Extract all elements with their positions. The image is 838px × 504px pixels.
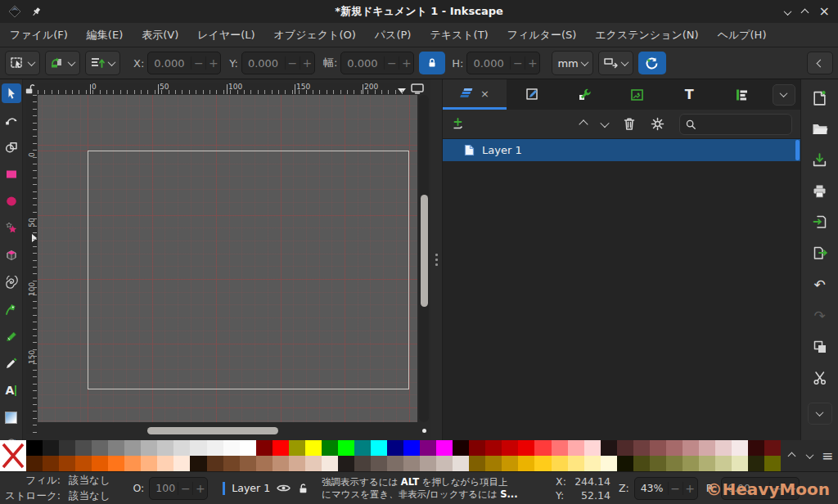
vertical-scrollbar[interactable] xyxy=(419,95,429,422)
palette-swatch[interactable] xyxy=(453,440,469,456)
palette-swatch[interactable] xyxy=(552,440,568,456)
palette-swatch[interactable] xyxy=(322,456,338,471)
palette-swatch[interactable] xyxy=(502,440,518,456)
vertical-scrollbar-thumb[interactable] xyxy=(421,195,428,307)
palette-swatch[interactable] xyxy=(748,440,764,456)
layer-list-scrollbar[interactable] xyxy=(795,140,800,160)
save-document-button[interactable] xyxy=(811,151,829,169)
width-value[interactable]: 0.000 xyxy=(341,57,384,70)
palette-swatch[interactable] xyxy=(485,456,502,471)
palette-swatch[interactable] xyxy=(568,440,584,456)
bbox-mode-dropdown[interactable] xyxy=(45,51,80,75)
menu-help[interactable]: ヘルプ(H) xyxy=(718,28,767,43)
palette-swatch[interactable] xyxy=(502,456,518,471)
palette-swatch[interactable] xyxy=(568,456,584,471)
palette-swatch[interactable] xyxy=(699,456,715,471)
palette-menu-button[interactable]: ≡ xyxy=(820,448,835,463)
duplicate-button[interactable] xyxy=(811,338,829,355)
palette-swatch[interactable] xyxy=(420,440,436,456)
palette-swatch[interactable] xyxy=(436,456,453,471)
undo-button[interactable]: ↶ xyxy=(811,276,829,293)
zoom-increment[interactable]: + xyxy=(683,482,697,495)
palette-swatch[interactable] xyxy=(371,440,387,456)
palette-swatch[interactable] xyxy=(289,440,305,456)
pen-tool[interactable] xyxy=(2,299,21,319)
palette-swatch[interactable] xyxy=(338,440,354,456)
palette-swatch[interactable] xyxy=(338,456,354,471)
palette-swatch[interactable] xyxy=(584,440,601,456)
dock-tab-overflow[interactable] xyxy=(768,79,800,110)
palette-swatch[interactable] xyxy=(240,440,256,456)
height-value[interactable]: 0.000 xyxy=(467,57,510,70)
palette-swatch[interactable] xyxy=(273,456,289,471)
palette-swatch[interactable] xyxy=(190,440,206,456)
zoom-decrement[interactable]: − xyxy=(668,482,683,495)
palette-swatch[interactable] xyxy=(141,440,157,456)
menu-path[interactable]: パス(P) xyxy=(375,28,412,43)
horizontal-scrollbar[interactable] xyxy=(38,425,417,435)
palette-swatch[interactable] xyxy=(223,440,240,456)
fill-stroke-indicator[interactable]: フィル: 該当なし ストローク: 該当なし xyxy=(5,474,110,503)
palette-swatch[interactable] xyxy=(124,456,141,471)
palette-swatch[interactable] xyxy=(75,456,92,471)
palette-swatch[interactable] xyxy=(403,440,420,456)
menu-file[interactable]: ファイル(F) xyxy=(10,28,68,43)
zoom-value[interactable]: 43% xyxy=(635,482,668,494)
palette-swatch[interactable] xyxy=(436,440,453,456)
pencil-tool[interactable] xyxy=(2,326,21,346)
palette-swatch[interactable] xyxy=(732,440,748,456)
vertical-ruler[interactable]: 0 50 100 150 xyxy=(26,95,38,434)
cut-button[interactable] xyxy=(811,369,829,386)
palette-swatch[interactable] xyxy=(289,456,305,471)
palette-swatch[interactable] xyxy=(732,456,748,471)
lower-layer-button[interactable] xyxy=(601,118,608,130)
palette-swatch[interactable] xyxy=(43,440,59,456)
palette-swatch[interactable] xyxy=(601,440,617,456)
y-increment[interactable]: + xyxy=(300,56,314,70)
selection-mode-dropdown[interactable] xyxy=(5,51,40,75)
layer-settings-button[interactable] xyxy=(651,117,665,131)
layer-row[interactable]: Layer 1 xyxy=(443,139,800,161)
palette-swatch[interactable] xyxy=(240,456,256,471)
palette-swatch[interactable] xyxy=(683,440,699,456)
palette-swatch[interactable] xyxy=(699,440,715,456)
gradient-tool[interactable] xyxy=(2,407,21,427)
rotation-decrement[interactable]: − xyxy=(769,482,784,495)
rectangle-tool[interactable] xyxy=(2,164,21,184)
palette-swatch[interactable] xyxy=(371,456,387,471)
palette-swatch[interactable] xyxy=(207,456,223,471)
layer-visibility-eye-icon[interactable] xyxy=(277,483,291,493)
opacity-value[interactable]: 100 xyxy=(150,482,178,494)
ruler-lock-icon[interactable] xyxy=(24,83,37,96)
y-decrement[interactable]: − xyxy=(285,56,300,70)
zoom-spinbox[interactable]: 43% − + xyxy=(634,477,698,500)
palette-swatch[interactable] xyxy=(43,456,59,471)
x-spinbox[interactable]: 0.000 − + xyxy=(147,52,221,74)
new-document-button[interactable] xyxy=(811,89,829,106)
width-spinbox[interactable]: 0.000 − + xyxy=(340,52,414,74)
y-value[interactable]: 0.000 xyxy=(242,57,285,70)
palette-swatch[interactable] xyxy=(92,456,108,471)
palette-swatch[interactable] xyxy=(305,440,322,456)
print-button[interactable] xyxy=(811,182,829,200)
node-editor-tool[interactable] xyxy=(2,110,21,130)
height-spinbox[interactable]: 0.000 − + xyxy=(466,52,540,74)
star-tool[interactable] xyxy=(2,218,21,238)
palette-swatch[interactable] xyxy=(207,440,223,456)
rotation-increment[interactable]: + xyxy=(784,482,799,495)
layer-search-input[interactable] xyxy=(679,114,792,135)
palette-swatch[interactable] xyxy=(485,440,502,456)
tab-align-distribute[interactable] xyxy=(715,79,768,110)
palette-swatch[interactable] xyxy=(650,440,666,456)
spiral-tool[interactable] xyxy=(2,272,21,292)
palette-swatch[interactable] xyxy=(420,456,436,471)
menu-filters[interactable]: フィルター(S) xyxy=(507,28,577,43)
palette-swatch[interactable] xyxy=(157,440,173,456)
palette-swatch[interactable] xyxy=(469,440,485,456)
palette-swatch[interactable] xyxy=(601,456,617,471)
palette-swatch[interactable] xyxy=(584,456,601,471)
palette-swatch[interactable] xyxy=(683,456,699,471)
palette-swatch[interactable] xyxy=(715,440,732,456)
palette-swatch[interactable] xyxy=(273,440,289,456)
palette-swatch[interactable] xyxy=(666,456,683,471)
